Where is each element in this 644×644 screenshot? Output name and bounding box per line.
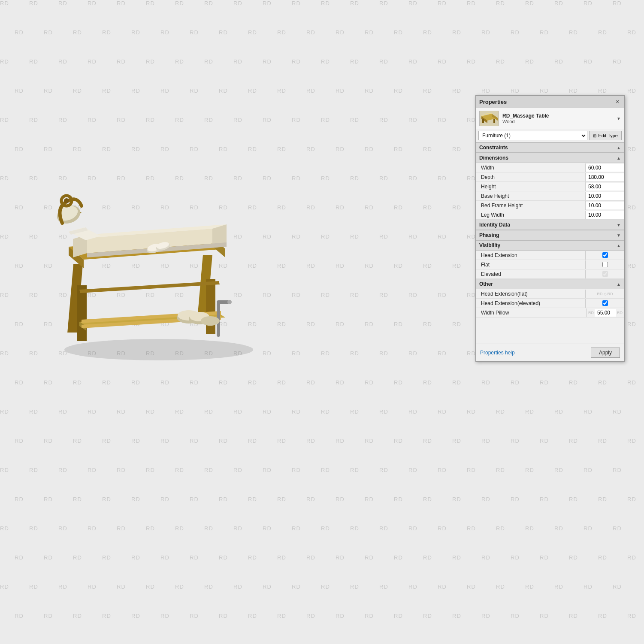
massage-table-model <box>21 107 300 386</box>
prop-label-height: Height <box>476 182 586 191</box>
constraints-toggle: ▲ <box>617 145 621 150</box>
rd-pillow-post: RD <box>617 311 623 315</box>
prop-label-width: Width <box>476 163 586 172</box>
prop-checkbox-head-extension-flat: RD ◇ RD <box>586 291 624 297</box>
prop-label-base-height: Base Height <box>476 192 586 200</box>
prop-value-width[interactable] <box>586 164 624 172</box>
object-subname: Wood <box>502 119 613 124</box>
prop-label-bed-frame-height: Bed Frame Height <box>476 201 586 210</box>
prop-value-base-height[interactable] <box>586 192 624 200</box>
svg-point-16 <box>201 316 220 326</box>
section-dimensions[interactable]: Dimensions ▲ <box>476 153 624 163</box>
type-dropdown[interactable]: Furniture (1) <box>478 131 587 140</box>
svg-point-35 <box>64 198 69 203</box>
prop-label-flat: Flat <box>476 260 586 269</box>
checkbox-head-extension-elevated[interactable] <box>602 300 608 306</box>
rd-label-2: RD <box>608 292 613 296</box>
section-constraints-label: Constraints <box>479 145 508 151</box>
type-selector-row: Furniture (1) ⊞ Edit Type <box>476 129 624 142</box>
section-other-label: Other <box>479 281 493 287</box>
prop-label-width-pillow: Width Pillow <box>476 308 587 317</box>
prop-value-height[interactable] <box>586 183 624 190</box>
object-dropdown-arrow[interactable]: ▼ <box>617 116 621 121</box>
panel-titlebar: Properties × <box>476 96 624 108</box>
prop-row-leg-width: Leg Width <box>476 210 624 220</box>
prop-checkbox-head-extension <box>586 251 624 259</box>
prop-row-width-pillow: Width Pillow RD RD <box>476 308 624 318</box>
prop-row-elevated: Elevated <box>476 269 624 279</box>
prop-value-depth[interactable] <box>586 173 624 181</box>
prop-checkbox-flat <box>586 260 624 269</box>
svg-rect-41 <box>493 119 495 123</box>
section-constraints[interactable]: Constraints ▲ <box>476 142 624 153</box>
prop-row-depth: Depth <box>476 172 624 182</box>
properties-panel: Properties × RD_Massage Table Wood ▼ Fur… <box>475 95 625 362</box>
section-visibility[interactable]: Visibility ▲ <box>476 240 624 251</box>
rd-label-1: RD <box>597 292 603 296</box>
svg-marker-36 <box>79 281 220 293</box>
object-name: RD_Massage Table <box>502 113 613 119</box>
identity-data-toggle: ▼ <box>617 223 621 227</box>
object-header: RD_Massage Table Wood ▼ <box>476 108 624 129</box>
section-phasing[interactable]: Phasing ▼ <box>476 230 624 240</box>
prop-row-head-extension-flat: Head Extension(flat) RD ◇ RD <box>476 289 624 299</box>
prop-row-bed-frame-height: Bed Frame Height <box>476 201 624 210</box>
rd-icon-1: ◇ <box>604 292 607 296</box>
prop-value-width-pillow[interactable] <box>595 309 616 317</box>
phasing-toggle: ▼ <box>617 233 621 238</box>
section-identity-data-label: Identity Data <box>479 222 510 228</box>
section-dimensions-label: Dimensions <box>479 155 508 161</box>
prop-checkbox-elevated <box>586 270 624 278</box>
dimensions-toggle: ▲ <box>617 156 621 160</box>
panel-spacer <box>476 318 624 344</box>
prop-label-head-extension-flat: Head Extension(flat) <box>476 290 586 298</box>
thumbnail-icon <box>480 111 499 126</box>
section-other[interactable]: Other ▲ <box>476 279 624 289</box>
prop-value-leg-width[interactable] <box>586 211 624 219</box>
prop-label-leg-width: Leg Width <box>476 211 586 219</box>
prop-label-elevated: Elevated <box>476 270 586 278</box>
section-phasing-label: Phasing <box>479 232 499 238</box>
visibility-toggle: ▲ <box>617 243 621 248</box>
checkbox-elevated <box>602 271 608 277</box>
prop-checkbox-head-extension-elevated <box>586 299 624 307</box>
prop-row-width: Width <box>476 163 624 172</box>
svg-point-11 <box>227 300 232 304</box>
apply-button[interactable]: Apply <box>591 348 620 358</box>
rd-pillow-pre: RD <box>588 311 594 315</box>
section-visibility-label: Visibility <box>479 242 500 248</box>
svg-rect-3 <box>77 285 87 341</box>
prop-row-head-extension: Head Extension <box>476 251 624 260</box>
prop-row-height: Height <box>476 182 624 191</box>
edit-type-button[interactable]: ⊞ Edit Type <box>589 131 622 140</box>
prop-value-bed-frame-height[interactable] <box>586 202 624 209</box>
object-thumbnail <box>479 111 499 126</box>
panel-footer: Properties help Apply <box>476 344 624 361</box>
checkbox-head-extension[interactable] <box>602 252 608 258</box>
panel-content[interactable]: Constraints ▲ Dimensions ▲ Width Depth H… <box>476 142 624 344</box>
section-identity-data[interactable]: Identity Data ▼ <box>476 220 624 230</box>
properties-help-link[interactable]: Properties help <box>480 350 515 356</box>
prop-label-head-extension: Head Extension <box>476 251 586 260</box>
prop-label-depth: Depth <box>476 173 586 181</box>
panel-title: Properties <box>479 99 507 105</box>
prop-label-head-extension-elevated: Head Extension(elevated) <box>476 299 586 308</box>
other-toggle: ▲ <box>617 282 621 287</box>
edit-type-icon: ⊞ <box>593 133 596 138</box>
checkbox-flat[interactable] <box>602 262 608 267</box>
close-button[interactable]: × <box>614 98 621 105</box>
prop-row-head-extension-elevated: Head Extension(elevated) <box>476 299 624 308</box>
svg-point-0 <box>64 339 253 360</box>
prop-row-flat: Flat <box>476 260 624 269</box>
prop-row-base-height: Base Height <box>476 191 624 201</box>
object-info: RD_Massage Table Wood <box>502 113 613 124</box>
svg-rect-40 <box>482 119 484 123</box>
